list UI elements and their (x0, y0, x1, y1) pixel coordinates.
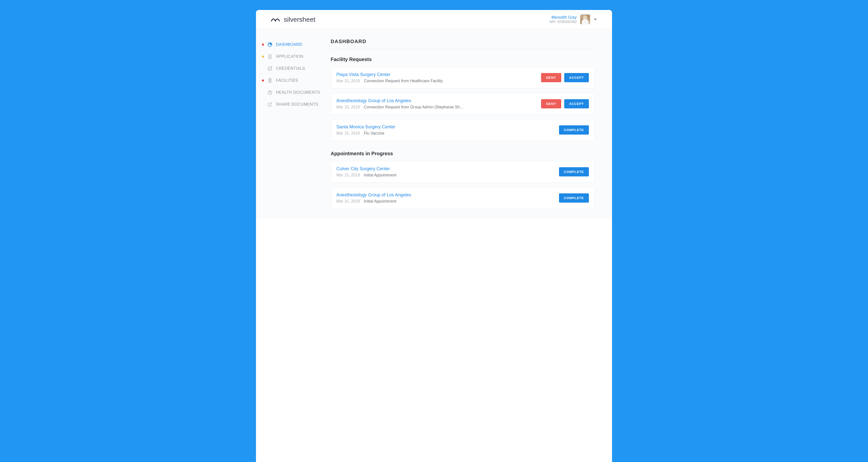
svg-rect-10 (269, 80, 270, 81)
facility-link[interactable]: Playa Vista Surgery Center (336, 72, 536, 77)
page-title: DASHBOARD (331, 39, 595, 49)
request-card: Playa Vista Surgery Center Mar 15, 2018 … (331, 67, 595, 88)
appointment-card: Anesthesiology Group of Los Angeles Mar … (331, 187, 595, 209)
brand-name: silversheet (284, 16, 315, 23)
facility-link[interactable]: Anesthesiology Group of Los Angeles (336, 192, 554, 198)
sidebar-item-dashboard[interactable]: DASHBOARD (262, 39, 331, 51)
deny-button[interactable]: DENY (541, 99, 561, 108)
card-actions: DENY ACCEPT (541, 99, 589, 108)
card-date: Mar 15, 2018 (336, 79, 360, 83)
status-dot (262, 80, 264, 82)
card-info: Anesthesiology Group of Los Angeles Mar … (336, 192, 554, 204)
card-meta: Mar 15, 2018 Connection Request from Gro… (336, 105, 536, 109)
body: DASHBOARD APPLICATION CREDENTIALS (256, 29, 612, 219)
card-date: Mar 15, 2018 (336, 199, 360, 204)
sidebar-item-facilities[interactable]: FACILITIES (262, 75, 331, 86)
request-card: Santa Monica Surgery Center Mar 15, 2018… (331, 119, 595, 141)
card-actions: DENY ACCEPT (541, 73, 589, 82)
avatar[interactable] (580, 15, 590, 24)
accept-button[interactable]: ACCEPT (564, 99, 589, 108)
external-link-icon (268, 102, 272, 107)
appointment-card: Culver City Surgery Center Mar 15, 2018 … (331, 161, 595, 183)
card-actions: COMPLETE (559, 125, 589, 135)
user-name: Meredith Gray (550, 15, 577, 20)
status-dot (262, 56, 264, 58)
sidebar-item-application[interactable]: APPLICATION (262, 51, 331, 62)
svg-point-3 (271, 44, 271, 45)
user-menu[interactable]: Meredith Gray NPI: 9238282392 (550, 15, 597, 24)
svg-point-1 (269, 44, 269, 45)
sidebar: DASHBOARD APPLICATION CREDENTIALS (256, 29, 331, 219)
main-content: DASHBOARD Facility Requests Playa Vista … (331, 29, 612, 219)
dashboard-icon (268, 42, 272, 47)
sidebar-item-label: HEALTH DOCUMENTS (276, 90, 320, 95)
sidebar-item-label: FACILITIES (276, 78, 298, 83)
card-description: Initial Appointment (364, 199, 396, 204)
card-date: Mar 15, 2018 (336, 173, 360, 177)
user-npi: NPI: 9238282392 (550, 20, 577, 24)
card-meta: Mar 15, 2018 Initial Appointment (336, 199, 554, 204)
card-date: Mar 15, 2018 (336, 105, 360, 109)
complete-button[interactable]: COMPLETE (559, 193, 589, 203)
complete-button[interactable]: COMPLETE (559, 125, 589, 135)
facility-link[interactable]: Anesthesiology Group of Los Angeles (336, 98, 536, 104)
logo[interactable]: silversheet (271, 16, 315, 23)
status-dot (262, 44, 264, 46)
section-facility-requests: Facility Requests Playa Vista Surgery Ce… (331, 57, 595, 141)
card-info: Santa Monica Surgery Center Mar 15, 2018… (336, 124, 554, 136)
svg-point-2 (270, 43, 270, 44)
sidebar-item-health-documents[interactable]: HEALTH DOCUMENTS (262, 86, 331, 98)
chevron-down-icon[interactable] (594, 18, 597, 22)
sidebar-item-credentials[interactable]: CREDENTIALS (262, 62, 331, 75)
accept-button[interactable]: ACCEPT (564, 73, 589, 82)
sidebar-item-label: DASHBOARD (276, 42, 302, 47)
card-meta: Mar 15, 2018 Flu Vaccine (336, 131, 554, 136)
sidebar-item-label: SHARE DOCUMENTS (276, 102, 318, 107)
status-dot (262, 104, 264, 106)
svg-rect-9 (270, 79, 271, 80)
check-square-icon (268, 66, 272, 71)
card-info: Anesthesiology Group of Los Angeles Mar … (336, 98, 536, 109)
header: silversheet Meredith Gray NPI: 923828239… (256, 10, 612, 29)
section-title: Facility Requests (331, 57, 595, 62)
section-title: Appointments in Progress (331, 151, 595, 156)
facility-link[interactable]: Santa Monica Surgery Center (336, 124, 554, 129)
sidebar-item-label: CREDENTIALS (276, 66, 305, 71)
logo-mark-icon (271, 16, 282, 23)
card-description: Flu Vaccine (364, 131, 384, 136)
status-dot (262, 67, 264, 69)
facility-link[interactable]: Culver City Surgery Center (336, 166, 554, 171)
building-icon (268, 78, 272, 83)
request-card: Anesthesiology Group of Los Angeles Mar … (331, 93, 595, 115)
svg-rect-8 (269, 79, 270, 80)
deny-button[interactable]: DENY (541, 73, 561, 82)
user-meta: Meredith Gray NPI: 9238282392 (550, 15, 577, 24)
status-dot (262, 91, 264, 93)
svg-line-16 (270, 103, 272, 105)
section-appointments: Appointments in Progress Culver City Sur… (331, 151, 595, 209)
sidebar-item-share-documents[interactable]: SHARE DOCUMENTS (262, 98, 331, 110)
card-info: Playa Vista Surgery Center Mar 15, 2018 … (336, 72, 536, 83)
card-meta: Mar 15, 2018 Connection Request from Hea… (336, 79, 536, 83)
card-description: Connection Request from Healthcare Facil… (364, 79, 443, 83)
svg-rect-11 (270, 80, 271, 81)
document-icon (268, 54, 272, 59)
card-actions: COMPLETE (559, 193, 589, 203)
card-actions: COMPLETE (559, 167, 589, 176)
sidebar-item-label: APPLICATION (276, 54, 303, 59)
app-window: silversheet Meredith Gray NPI: 923828239… (256, 10, 612, 462)
complete-button[interactable]: COMPLETE (559, 167, 589, 176)
card-info: Culver City Surgery Center Mar 15, 2018 … (336, 166, 554, 177)
card-description: Connection Request from Group Admin (Ste… (364, 105, 464, 109)
medkit-icon (268, 90, 272, 95)
svg-rect-12 (270, 82, 270, 83)
card-date: Mar 15, 2018 (336, 131, 360, 136)
card-description: Initial Appointment (364, 173, 396, 177)
card-meta: Mar 15, 2018 Initial Appointment (336, 173, 554, 177)
